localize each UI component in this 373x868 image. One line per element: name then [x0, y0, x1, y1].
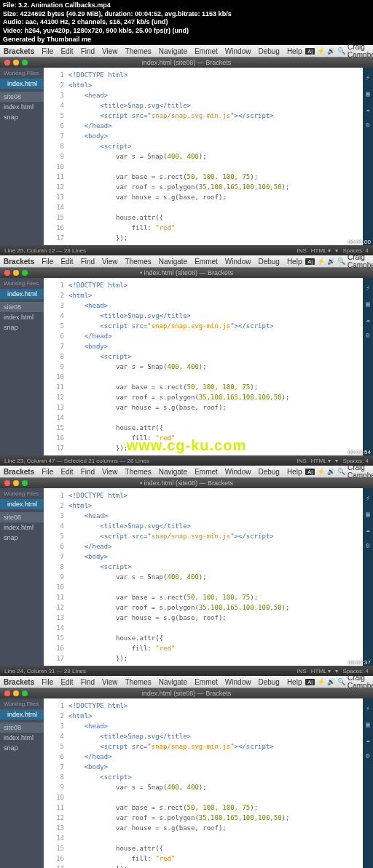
menu-themes[interactable]: Themes: [122, 47, 155, 55]
menu-file[interactable]: File: [38, 678, 57, 686]
menu-navigate[interactable]: Navigate: [155, 678, 191, 686]
user-name[interactable]: Craig Campbell: [348, 253, 373, 269]
menu-find[interactable]: Find: [77, 258, 98, 266]
volume-icon[interactable]: 🔊: [327, 47, 335, 55]
close-icon[interactable]: [4, 690, 10, 696]
user-name[interactable]: Craig Campbell: [348, 463, 373, 479]
code-editor[interactable]: 1234567891011121314151617181920212223242…: [44, 698, 373, 868]
sidebar-file-index[interactable]: index.html: [0, 79, 44, 89]
sidebar-file-index[interactable]: index.html: [0, 709, 44, 720]
live-preview-icon[interactable]: ⚡: [366, 282, 370, 294]
menu-debug[interactable]: Debug: [254, 468, 283, 476]
extension-icon[interactable]: ▣: [366, 509, 370, 520]
sidebar-file-index[interactable]: index.html: [0, 499, 44, 509]
extension-icon[interactable]: ▣: [366, 719, 370, 730]
menu-find[interactable]: Find: [77, 468, 98, 476]
menu-window[interactable]: Window: [221, 468, 255, 476]
sidebar-item[interactable]: snap: [0, 743, 44, 753]
minimize-icon[interactable]: [13, 690, 19, 696]
menu-emmet[interactable]: Emmet: [191, 258, 221, 266]
menu-emmet[interactable]: Emmet: [191, 47, 221, 55]
menu-edit[interactable]: Edit: [57, 258, 76, 266]
code-editor[interactable]: 1234567891011121314151617181920212223242…: [44, 278, 373, 455]
menu-debug[interactable]: Debug: [254, 678, 283, 686]
menu-themes[interactable]: Themes: [122, 258, 155, 266]
wifi-icon[interactable]: ⚡: [317, 47, 325, 55]
menu-find[interactable]: Find: [77, 678, 98, 686]
gear-icon[interactable]: ⚙: [366, 750, 370, 762]
menu-themes[interactable]: Themes: [122, 678, 155, 686]
menu-file[interactable]: File: [38, 258, 57, 266]
menu-emmet[interactable]: Emmet: [191, 468, 221, 476]
volume-icon[interactable]: 🔊: [327, 678, 335, 685]
menu-emmet[interactable]: Emmet: [191, 678, 221, 686]
sidebar-item[interactable]: index.html: [0, 522, 44, 533]
cloud-icon[interactable]: ☁: [366, 314, 370, 325]
menu-debug[interactable]: Debug: [254, 47, 283, 55]
cloud-icon[interactable]: ☁: [366, 524, 370, 535]
app-name[interactable]: Brackets: [0, 678, 38, 686]
zoom-icon[interactable]: [22, 270, 28, 276]
sidebar-folder[interactable]: site08: [0, 512, 44, 522]
sidebar-item[interactable]: snap: [0, 533, 44, 543]
sidebar-item[interactable]: index.html: [0, 312, 44, 322]
minimize-icon[interactable]: [13, 270, 19, 276]
zoom-icon[interactable]: [22, 690, 28, 696]
close-icon[interactable]: [4, 270, 10, 276]
cloud-icon[interactable]: ☁: [366, 103, 370, 115]
user-name[interactable]: Craig Campbell: [348, 674, 373, 690]
app-name[interactable]: Brackets: [0, 258, 38, 266]
code-editor[interactable]: 1234567891011121314151617181920212223242…: [44, 68, 373, 245]
menu-window[interactable]: Window: [221, 258, 255, 266]
sidebar-item[interactable]: index.html: [0, 733, 44, 743]
sidebar-item[interactable]: index.html: [0, 102, 44, 112]
wifi-icon[interactable]: ⚡: [317, 678, 325, 685]
sidebar-item[interactable]: snap: [0, 322, 44, 333]
sidebar-folder[interactable]: site08: [0, 302, 44, 312]
sidebar-file-index[interactable]: index.html: [0, 289, 44, 299]
sidebar-folder[interactable]: site08: [0, 722, 44, 733]
menu-window[interactable]: Window: [221, 47, 255, 55]
extension-icon[interactable]: ▣: [366, 298, 370, 310]
menu-file[interactable]: File: [38, 468, 57, 476]
sidebar-folder[interactable]: site08: [0, 92, 44, 102]
menu-navigate[interactable]: Navigate: [155, 258, 191, 266]
app-name[interactable]: Brackets: [0, 468, 38, 476]
volume-icon[interactable]: 🔊: [327, 258, 335, 265]
search-icon[interactable]: 🔍: [337, 468, 345, 475]
search-icon[interactable]: 🔍: [337, 258, 345, 265]
volume-icon[interactable]: 🔊: [327, 468, 335, 475]
menu-help[interactable]: Help: [283, 678, 306, 686]
menu-themes[interactable]: Themes: [122, 468, 155, 476]
app-name[interactable]: Brackets: [0, 47, 38, 55]
search-icon[interactable]: 🔍: [337, 678, 345, 685]
menu-view[interactable]: View: [98, 47, 122, 55]
live-preview-icon[interactable]: ⚡: [366, 72, 370, 84]
menu-navigate[interactable]: Navigate: [155, 468, 191, 476]
menu-navigate[interactable]: Navigate: [155, 47, 191, 55]
wifi-icon[interactable]: ⚡: [317, 468, 325, 475]
user-name[interactable]: Craig Campbell: [348, 43, 373, 59]
menu-edit[interactable]: Edit: [57, 468, 76, 476]
close-icon[interactable]: [4, 60, 10, 65]
menu-help[interactable]: Help: [283, 47, 306, 55]
wifi-icon[interactable]: ⚡: [317, 258, 325, 265]
menu-find[interactable]: Find: [77, 47, 98, 55]
menu-edit[interactable]: Edit: [57, 678, 76, 686]
live-preview-icon[interactable]: ⚡: [366, 493, 370, 504]
zoom-icon[interactable]: [22, 480, 28, 486]
menu-edit[interactable]: Edit: [57, 47, 76, 55]
live-preview-icon[interactable]: ⚡: [366, 703, 370, 714]
extension-icon[interactable]: ▣: [366, 88, 370, 100]
minimize-icon[interactable]: [13, 60, 19, 65]
menu-debug[interactable]: Debug: [254, 258, 283, 266]
menu-view[interactable]: View: [98, 678, 122, 686]
minimize-icon[interactable]: [13, 480, 19, 486]
cloud-icon[interactable]: ☁: [366, 734, 370, 746]
gear-icon[interactable]: ⚙: [366, 330, 370, 341]
menu-view[interactable]: View: [98, 468, 122, 476]
menu-file[interactable]: File: [38, 47, 57, 55]
sidebar-item[interactable]: snap: [0, 112, 44, 122]
menu-help[interactable]: Help: [283, 468, 306, 476]
code-editor[interactable]: 1234567891011121314151617181920212223242…: [44, 488, 373, 666]
